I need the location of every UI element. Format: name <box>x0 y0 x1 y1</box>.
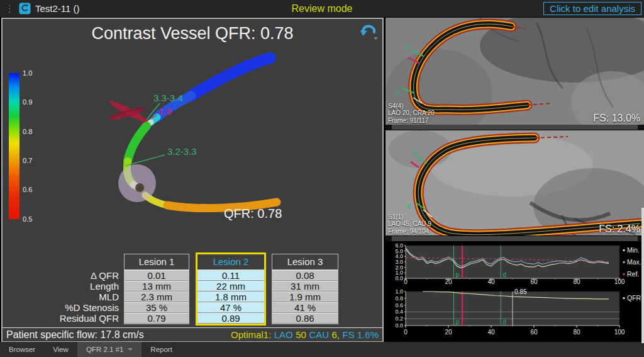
table-cell: 0.89 <box>197 313 264 324</box>
table-cell: 0.79 <box>125 313 189 324</box>
diameter-plot: 0.01.02.03.04.05.06.0020406080100pdMin.M… <box>386 242 644 288</box>
table-cell: 22 mm <box>197 281 264 292</box>
angulation: LAO 45, CAU 9 <box>388 220 431 228</box>
optimal-lao-value: 50 <box>296 329 306 340</box>
svg-text:60: 60 <box>530 329 538 336</box>
svg-text:QFR: QFR <box>627 294 641 302</box>
tab-qfr-analysis[interactable]: QFR 2.1 #1 <box>77 342 142 357</box>
table-cell: 0.01 <box>125 270 189 281</box>
edit-analysis-button[interactable]: Click to edit analysis <box>543 2 641 15</box>
segment-label-b: 3.2-3.3 <box>167 146 197 157</box>
table-cell: 41 % <box>272 302 338 313</box>
svg-text:20: 20 <box>445 329 452 336</box>
angulation: LAO 20, CRA 20 <box>388 110 435 117</box>
svg-text:d: d <box>502 271 506 278</box>
right-scrollbar[interactable] <box>641 208 644 343</box>
frame-scrubber-2[interactable] <box>386 236 644 241</box>
svg-text:p: p <box>406 43 409 50</box>
angio-view-1[interactable]: p d S4(4) LAO 20, CRA 20 Frame: 91/117 F… <box>386 18 644 125</box>
table-cell: 35 % <box>125 302 189 313</box>
optimal-cau: CAU <box>309 329 329 340</box>
scrub-left-end[interactable] <box>386 125 392 130</box>
svg-text:Max.: Max. <box>627 258 641 266</box>
svg-text:0: 0 <box>404 329 408 336</box>
svg-text:20: 20 <box>445 278 452 285</box>
lesion-3-column[interactable]: Lesion 3 0.08 31 mm 1.9 mm 41 % 0.86 <box>272 254 338 324</box>
scrub-left-end[interactable] <box>386 236 392 241</box>
row-label: Δ QFR <box>3 270 119 281</box>
qfr-analysis-app: ⋮ Test2-11 () Review mode Click to edit … <box>0 0 644 357</box>
table-cell: 13 mm <box>125 281 189 292</box>
lesion-3-header[interactable]: Lesion 3 <box>272 254 338 270</box>
svg-text:100: 100 <box>614 329 625 336</box>
fs-value: FS: 2.4% <box>599 224 640 235</box>
tab-view[interactable]: View <box>44 342 77 357</box>
tab-browser[interactable]: Browser <box>0 342 44 357</box>
table-cell: 31 mm <box>272 281 338 292</box>
table-cell: 2.3 mm <box>125 292 189 302</box>
svg-text:4.0: 4.0 <box>395 253 403 259</box>
lesion-1-column[interactable]: Lesion 1 0.01 13 mm 2.3 mm 35 % 0.79 <box>124 254 189 324</box>
lesion-2-column-selected[interactable]: Lesion 2 0.11 22 mm 1.8 mm 47 % 0.89 <box>196 252 266 326</box>
svg-text:0.0: 0.0 <box>395 322 403 329</box>
svg-text:0: 0 <box>404 278 408 285</box>
svg-text:80: 80 <box>573 278 580 285</box>
svg-text:100: 100 <box>614 278 625 285</box>
table-cell: 0.08 <box>272 270 338 281</box>
chevron-down-icon <box>128 348 133 351</box>
svg-text:6.0: 6.0 <box>395 242 403 249</box>
series-id: S4(4) <box>388 103 435 110</box>
svg-text:0.4: 0.4 <box>395 309 403 315</box>
vessel-3d-panel: Contrast Vessel QFR: 0.78 1.0 0.9 0.8 0.… <box>1 18 384 343</box>
row-label: %D Stenosis <box>3 302 119 313</box>
table-cell: 47 % <box>197 302 264 313</box>
table-cell: 0.86 <box>272 313 338 324</box>
angio-1-meta: S4(4) LAO 20, CRA 20 Frame: 91/117 <box>388 103 435 125</box>
frame-counter: Frame: 94/104 <box>388 228 431 235</box>
optimal-lao: LAO <box>274 329 293 340</box>
svg-text:0.2: 0.2 <box>395 315 403 322</box>
lesion-1-header[interactable]: Lesion 1 <box>125 254 189 270</box>
svg-text:Min.: Min. <box>627 246 640 254</box>
svg-text:40: 40 <box>487 329 495 336</box>
svg-text:40: 40 <box>487 278 495 285</box>
svg-text:d: d <box>396 88 399 96</box>
optimal-cau-value: 6, <box>332 329 340 340</box>
segment-label-a: 3.3-3.4 <box>153 93 183 103</box>
svg-text:0.0: 0.0 <box>395 275 403 281</box>
vessel-qfr-label: QFR: 0.78 <box>224 207 282 221</box>
lesion-2-header[interactable]: Lesion 2 <box>197 254 264 270</box>
qfr-plot: 0.00.20.40.60.81.0020406080100pd0.85QFR <box>386 288 644 343</box>
angio-views-column: p d S4(4) LAO 20, CRA 20 Frame: 91/117 F… <box>386 18 644 343</box>
scrub-right-end[interactable] <box>638 125 644 130</box>
svg-text:Ref.: Ref. <box>627 270 639 278</box>
svg-text:p: p <box>456 271 460 278</box>
ref-diameter-label: 1.8 <box>158 106 172 116</box>
svg-text:1.0: 1.0 <box>395 269 403 276</box>
angio-2-meta: S1(1) LAO 45, CAU 9 Frame: 94/104 <box>388 213 431 235</box>
svg-text:80: 80 <box>573 329 580 336</box>
optimal-prefix: Optimal1: <box>231 329 271 340</box>
status-strip: Patient specific flow: 17.8 cm/s Optimal… <box>3 327 382 341</box>
row-label: MLD <box>3 292 119 302</box>
svg-text:0.6: 0.6 <box>395 302 403 309</box>
svg-text:3.0: 3.0 <box>395 259 403 265</box>
svg-text:0.8: 0.8 <box>395 295 403 302</box>
svg-text:60: 60 <box>530 278 538 285</box>
series-id: S1(1) <box>388 213 431 221</box>
title-bar: ⋮ Test2-11 () Review mode Click to edit … <box>0 0 644 17</box>
frame-scrubber-1[interactable] <box>386 125 644 130</box>
angio-view-2[interactable]: p d S1(1) LAO 45, CAU 9 Frame: 94/104 FS… <box>386 130 644 235</box>
table-cell: 0.11 <box>197 270 264 281</box>
row-label: Length <box>3 281 119 292</box>
tab-report[interactable]: Report <box>142 342 181 357</box>
svg-text:p: p <box>456 319 460 326</box>
svg-text:2.0: 2.0 <box>395 264 403 271</box>
table-cell: 1.8 mm <box>197 292 264 302</box>
svg-text:5.0: 5.0 <box>395 248 403 254</box>
svg-text:1.0: 1.0 <box>395 288 403 295</box>
svg-text:d: d <box>502 319 506 326</box>
row-label: Residual QFR <box>3 313 119 324</box>
patient-flow-label: Patient specific flow: 17.8 cm/s <box>6 329 144 341</box>
optimal-fs: FS 1.6% <box>342 329 379 340</box>
